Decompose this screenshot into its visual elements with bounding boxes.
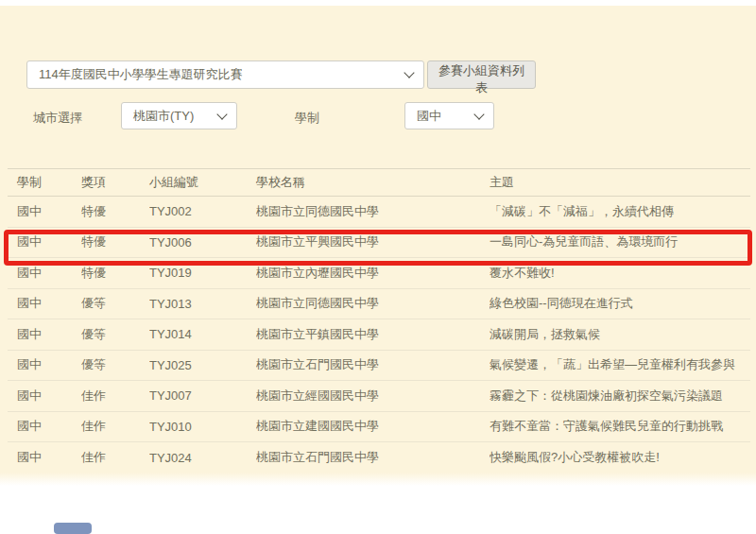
cell-school: 桃園市立經國國民中學	[256, 388, 490, 405]
level-select-value: 國中	[405, 108, 441, 125]
cell-level: 國中	[17, 326, 81, 343]
col-header-school: 學校名稱	[256, 174, 490, 191]
cell-level: 國中	[17, 418, 81, 435]
cell-group-id: TYJ013	[149, 297, 256, 311]
cell-school: 桃園市立建國國民中學	[256, 418, 490, 435]
cell-group-id: TYJ010	[149, 420, 256, 434]
cell-award: 優等	[81, 295, 149, 312]
group-list-button[interactable]: 參賽小組資料列表	[427, 60, 536, 89]
cell-topic: 快樂颱風假?小心受教權被吹走!	[490, 449, 750, 466]
cell-group-id: TYJ007	[149, 388, 256, 403]
cell-group-id: TYJ006	[149, 235, 256, 250]
cell-award: 優等	[81, 356, 149, 373]
cell-topic: 綠色校園--同德現在進行式	[490, 295, 750, 312]
cell-award: 特優	[81, 265, 149, 282]
level-select-label: 學制	[295, 110, 319, 127]
competition-select[interactable]: 114年度國民中小學學生專題研究比賽	[26, 60, 424, 89]
cell-level: 國中	[17, 449, 81, 466]
cell-group-id: TYJ014	[149, 327, 256, 341]
table-row[interactable]: 國中 優等 TYJ013 桃園市立同德國民中學 綠色校園--同德現在進行式	[8, 289, 750, 320]
table-row[interactable]: 國中 佳作 TYJ010 桃園市立建國國民中學 有難不童當：守護氣候難民兒童的行…	[8, 412, 750, 443]
table-row[interactable]: 國中 特優 TYJ002 桃園市立同德國民中學 「減碳」不「減福」，永續代相傳	[8, 197, 750, 228]
cell-group-id: TYJ019	[149, 266, 256, 280]
col-header-level: 學制	[17, 174, 81, 191]
cell-topic: 減碳開局，拯救氣候	[490, 326, 750, 343]
results-table: 學制 獎項 小組編號 學校名稱 主題 國中 特優 TYJ002 桃園市立同德國民…	[8, 168, 750, 474]
level-select[interactable]: 國中	[404, 102, 494, 129]
competition-select-value: 114年度國民中小學學生專題研究比賽	[27, 66, 243, 83]
horizontal-scrollbar-thumb[interactable]	[54, 523, 92, 534]
cell-group-id: TYJ024	[149, 451, 256, 465]
cell-topic: 覆水不難收!	[490, 265, 750, 282]
city-select-value: 桃園市(TY)	[122, 108, 194, 125]
page: 114年度國民中小學學生專題研究比賽 參賽小組資料列表 城市選擇 桃園市(TY)…	[0, 0, 756, 534]
cell-topic: 一島同心-為兒童而語、為環境而行	[490, 233, 750, 250]
cell-level: 國中	[17, 356, 81, 373]
cell-award: 特優	[81, 233, 149, 250]
cell-award: 優等	[81, 326, 149, 343]
cell-level: 國中	[17, 233, 81, 250]
cell-group-id: TYJ002	[149, 204, 256, 218]
cell-topic: 霧霾之下：從桃園煉油廠初探空氣污染議題	[490, 388, 750, 405]
table-header-row: 學制 獎項 小組編號 學校名稱 主題	[8, 168, 750, 197]
chevron-down-icon	[473, 109, 484, 119]
cell-school: 桃園市立平鎮國民中學	[256, 326, 490, 343]
cell-award: 佳作	[81, 388, 149, 405]
cell-level: 國中	[17, 295, 81, 312]
table-row[interactable]: 國中 優等 TYJ014 桃園市立平鎮國民中學 減碳開局，拯救氣候	[8, 319, 750, 351]
cell-award: 佳作	[81, 449, 149, 466]
cell-school: 桃園市立內壢國民中學	[256, 265, 490, 282]
cell-topic: 氣候變遷，「蔬」出希望—兒童權利有我參與	[490, 356, 750, 373]
chevron-down-icon	[216, 109, 227, 119]
table-row[interactable]: 國中 特優 TYJ006 桃園市立平興國民中學 一島同心-為兒童而語、為環境而行	[8, 228, 750, 259]
col-header-topic: 主題	[490, 174, 750, 191]
cell-school: 桃園市立平興國民中學	[256, 233, 490, 250]
cell-school: 桃園市立同德國民中學	[256, 203, 490, 220]
table-row[interactable]: 國中 特優 TYJ019 桃園市立內壢國民中學 覆水不難收!	[8, 258, 750, 289]
cell-school: 桃園市立石門國民中學	[256, 449, 490, 466]
table-body: 國中 特優 TYJ002 桃園市立同德國民中學 「減碳」不「減福」，永續代相傳 …	[8, 197, 750, 474]
col-header-award: 獎項	[81, 174, 149, 191]
col-header-group-id: 小組編號	[149, 174, 256, 191]
cell-award: 特優	[81, 203, 149, 220]
table-row[interactable]: 國中 優等 TYJ025 桃園市立石門國民中學 氣候變遷，「蔬」出希望—兒童權利…	[8, 351, 750, 382]
cell-award: 佳作	[81, 418, 149, 435]
cell-level: 國中	[17, 265, 81, 282]
cell-group-id: TYJ025	[149, 358, 256, 372]
city-select-label: 城市選擇	[33, 110, 82, 127]
cell-school: 桃園市立石門國民中學	[256, 356, 490, 373]
city-select[interactable]: 桃園市(TY)	[121, 102, 237, 129]
table-row[interactable]: 國中 佳作 TYJ007 桃園市立經國國民中學 霧霾之下：從桃園煉油廠初探空氣污…	[8, 381, 750, 412]
table-row[interactable]: 國中 佳作 TYJ024 桃園市立石門國民中學 快樂颱風假?小心受教權被吹走!	[8, 442, 750, 474]
chevron-down-icon	[404, 67, 414, 78]
cell-level: 國中	[17, 388, 81, 405]
cell-topic: 「減碳」不「減福」，永續代相傳	[490, 203, 750, 220]
cell-level: 國中	[17, 203, 81, 220]
cell-topic: 有難不童當：守護氣候難民兒童的行動挑戰	[490, 418, 750, 435]
cell-school: 桃園市立同德國民中學	[256, 295, 490, 312]
